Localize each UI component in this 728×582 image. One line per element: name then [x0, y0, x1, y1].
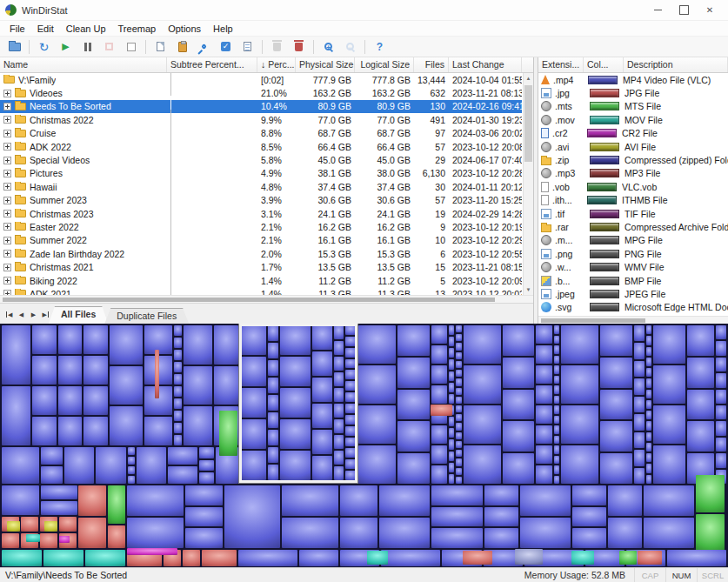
- expander-icon[interactable]: [3, 90, 11, 97]
- treemap-cell[interactable]: [379, 485, 430, 516]
- extension-horizontal-scrollbar[interactable]: [538, 316, 728, 324]
- treemap-cell[interactable]: [536, 425, 551, 444]
- extension-row[interactable]: .mtsMTS File: [538, 100, 728, 113]
- treemap-cell[interactable]: [144, 417, 173, 445]
- treemap-cell[interactable]: [431, 528, 482, 548]
- treemap-cell[interactable]: [2, 550, 42, 566]
- treemap-cell[interactable]: [282, 518, 338, 548]
- treemap-cell[interactable]: [431, 325, 447, 344]
- expander-icon[interactable]: [3, 197, 11, 204]
- treemap-cell[interactable]: [96, 447, 125, 484]
- treemap-cell[interactable]: [449, 417, 454, 426]
- treemap-cell[interactable]: [634, 432, 645, 448]
- treemap-cell[interactable]: [646, 475, 651, 484]
- treemap-cell[interactable]: [174, 411, 182, 421]
- treemap-cell[interactable]: [431, 465, 447, 484]
- file-row[interactable]: Summer 20233.9%30.6 GB30.6 GB572023-11-2…: [0, 194, 522, 207]
- extension-row[interactable]: .tifTIF File: [538, 207, 728, 220]
- file-row[interactable]: Hawaii4.8%37.4 GB37.4 GB302024-01-11 20:…: [0, 180, 522, 193]
- treemap-cell[interactable]: [456, 370, 461, 377]
- treemap-cell[interactable]: [536, 365, 551, 384]
- treemap-cell[interactable]: [449, 463, 454, 472]
- extension-row[interactable]: .vobVLC.vob: [538, 180, 728, 193]
- tab-nav-next-button[interactable]: ▶: [28, 309, 39, 320]
- treemap-cell[interactable]: [456, 423, 461, 430]
- treemap-cell[interactable]: [224, 485, 281, 548]
- treemap-cell[interactable]: [456, 468, 461, 475]
- treemap-cell[interactable]: [600, 390, 632, 420]
- treemap-cell[interactable]: [646, 378, 651, 387]
- treemap-cell[interactable]: [340, 518, 377, 548]
- treemap-cell[interactable]: [78, 518, 106, 548]
- menu-help[interactable]: Help: [207, 23, 239, 35]
- file-row[interactable]: V:\Family[0:02]777.9 GB777.8 GB13,444202…: [0, 73, 522, 86]
- treemap-cell[interactable]: [646, 421, 651, 430]
- treemap-cell[interactable]: [174, 435, 182, 445]
- extension-row[interactable]: .jpgJPG File: [538, 86, 728, 99]
- treemap-cell[interactable]: [646, 464, 651, 472]
- file-row[interactable]: Needs To Be Sorted10.4%80.9 GB80.9 GB130…: [0, 100, 522, 113]
- menu-edit[interactable]: Edit: [31, 23, 60, 35]
- treemap-cell[interactable]: [644, 518, 694, 548]
- file-row[interactable]: Cruise8.8%68.7 GB68.7 GB972024-03-06 20:…: [0, 127, 522, 140]
- expander-icon[interactable]: [3, 170, 11, 177]
- treemap-cell[interactable]: [634, 397, 645, 412]
- extension-row[interactable]: .cr2CR2 File: [538, 127, 728, 140]
- treemap-cell[interactable]: [554, 396, 559, 405]
- treemap-cell[interactable]: [646, 347, 651, 356]
- treemap-cell[interactable]: [646, 400, 651, 409]
- treemap-cell[interactable]: [646, 453, 651, 462]
- open-item-button[interactable]: [150, 38, 170, 56]
- treemap-cell[interactable]: [184, 406, 212, 445]
- treemap-cell[interactable]: [340, 485, 377, 516]
- treemap-cell[interactable]: [41, 447, 63, 465]
- treemap-cell[interactable]: [168, 447, 197, 465]
- file-row[interactable]: Summer 20222.1%16.1 GB16.1 GB102023-10-1…: [0, 234, 522, 247]
- treemap-cell[interactable]: [174, 325, 182, 336]
- treemap-cell[interactable]: [449, 337, 454, 346]
- treemap-cell[interactable]: [634, 361, 645, 377]
- treemap-cell[interactable]: [464, 445, 501, 484]
- treemap-cell[interactable]: [127, 485, 184, 516]
- treemap-cell[interactable]: [43, 550, 83, 566]
- command-prompt-button[interactable]: [194, 38, 214, 56]
- treemap-cell[interactable]: [128, 457, 136, 465]
- treemap-cell[interactable]: [484, 528, 518, 548]
- treemap-cell[interactable]: [110, 325, 142, 365]
- treemap-cell[interactable]: [667, 550, 726, 566]
- treemap-cell[interactable]: [696, 514, 725, 552]
- treemap-cell[interactable]: [634, 343, 645, 358]
- treemap-cell[interactable]: [638, 551, 662, 565]
- treemap-cell[interactable]: [7, 521, 20, 532]
- treemap-cell[interactable]: [653, 365, 685, 404]
- treemap-cell[interactable]: [503, 390, 535, 420]
- properties-button[interactable]: ✓: [216, 38, 236, 56]
- treemap-cell[interactable]: [716, 325, 726, 339]
- scrollbar-thumb[interactable]: [3, 298, 495, 302]
- treemap-cell[interactable]: [554, 405, 559, 414]
- treemap-cell[interactable]: [449, 439, 454, 449]
- treemap-cell[interactable]: [572, 528, 606, 548]
- treemap-cell[interactable]: [199, 447, 214, 458]
- treemap-cell[interactable]: [2, 386, 30, 445]
- treemap-cell[interactable]: [554, 465, 559, 474]
- extension-row[interactable]: .ith...ITHMB File: [538, 194, 728, 207]
- treemap-cell[interactable]: [2, 447, 39, 484]
- expander-icon[interactable]: [3, 210, 11, 217]
- treemap-cell[interactable]: [185, 528, 223, 548]
- treemap-cell[interactable]: [716, 390, 726, 404]
- treemap-cell[interactable]: [716, 421, 726, 435]
- treemap-cell[interactable]: [431, 345, 447, 364]
- treemap-cell[interactable]: [214, 325, 238, 365]
- treemap-cell[interactable]: [128, 447, 136, 455]
- menu-clean-up[interactable]: Clean Up: [60, 23, 112, 35]
- expander-icon[interactable]: [3, 183, 11, 191]
- treemap-cell[interactable]: [554, 365, 559, 374]
- treemap-cell[interactable]: [456, 432, 461, 439]
- treemap-cell[interactable]: [515, 549, 543, 565]
- expander-icon[interactable]: [3, 103, 11, 110]
- treemap-cell[interactable]: [572, 485, 606, 505]
- treemap-cell[interactable]: [456, 450, 461, 457]
- tab-all-files[interactable]: All Files: [49, 306, 108, 324]
- file-row[interactable]: Biking 20221.4%11.2 GB11.2 GB52023-10-12…: [0, 274, 522, 287]
